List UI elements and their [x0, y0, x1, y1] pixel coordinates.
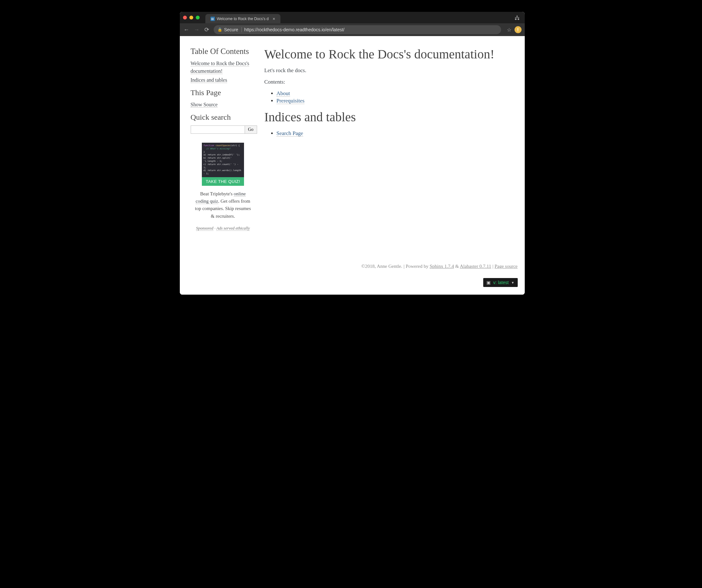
show-source-link[interactable]: Show Source — [191, 102, 218, 108]
copyright-text: ©2018, Anne Gentle. — [362, 264, 404, 269]
list-item: About — [276, 90, 516, 97]
rtd-version-label: v: latest — [493, 280, 508, 285]
url-bar: ← → ⟳ 🔒 Secure https://rockthedocs-demo.… — [180, 23, 525, 36]
ad-footer: Sponsored · Ads served ethically — [192, 226, 254, 231]
sidebar-item-indices[interactable]: Indices and tables — [191, 77, 227, 83]
bookmark-icon[interactable]: ☆ — [507, 27, 511, 33]
close-tab-icon[interactable]: × — [273, 16, 275, 21]
rtd-version-badge[interactable]: ▣ v: latest ▼ — [483, 278, 517, 287]
contents-link-about[interactable]: About — [276, 90, 290, 97]
search-form: Go — [191, 126, 255, 134]
toc-heading: Table Of Contents — [191, 47, 255, 56]
window-controls — [183, 16, 200, 19]
list-item: Search Page — [276, 130, 516, 137]
back-button[interactable]: ← — [183, 26, 190, 33]
section-heading-indices: Indices and tables — [264, 109, 516, 125]
sidebar: Table Of Contents Welcome to Rock the Do… — [180, 36, 261, 295]
alabaster-link[interactable]: Alabaster 0.7.11 — [460, 264, 491, 269]
maximize-window-button[interactable] — [196, 16, 200, 19]
sidebar-ad[interactable]: function countSpaces(str) { // What's mi… — [192, 143, 254, 231]
search-go-button[interactable]: Go — [245, 126, 257, 134]
url-text: https://rockthedocs-demo.readthedocs.io/… — [244, 27, 345, 32]
list-item: Prerequisites — [276, 98, 516, 104]
main-content: Welcome to Rock the Docs's documentation… — [261, 36, 525, 295]
this-page-heading: This Page — [191, 89, 255, 97]
contents-label: Contents: — [264, 79, 516, 85]
search-input[interactable] — [191, 126, 245, 134]
book-icon: ▣ — [486, 280, 491, 285]
indices-list: Search Page — [264, 130, 516, 137]
browser-window: ▤ Welcome to Rock the Docs's d × ← → ⟳ 🔒… — [180, 12, 525, 295]
page-source-link[interactable]: Page source — [494, 264, 517, 269]
incognito-icon — [514, 14, 520, 22]
ad-text: Beat Triplebyte's online coding quiz. Ge… — [192, 190, 254, 220]
forward-button[interactable]: → — [193, 26, 200, 33]
tab-bar: ▤ Welcome to Rock the Docs's d × — [180, 12, 525, 23]
index-link-search[interactable]: Search Page — [276, 130, 304, 137]
profile-avatar[interactable]: ! — [514, 26, 521, 33]
sponsored-link[interactable]: Sponsored — [196, 226, 213, 231]
reload-button[interactable]: ⟳ — [204, 26, 211, 33]
page-title: Welcome to Rock the Docs's documentation… — [264, 46, 516, 62]
secure-indicator: 🔒 Secure — [218, 27, 242, 32]
intro-paragraph: Let's rock the docs. — [264, 67, 516, 74]
ethics-link[interactable]: Ads served ethically — [217, 226, 250, 231]
lock-icon: 🔒 — [218, 27, 222, 32]
sphinx-link[interactable]: Sphinx 1.7.4 — [430, 264, 454, 269]
tab-title: Welcome to Rock the Docs's d — [217, 17, 269, 21]
ad-image: function countSpaces(str) { // What's mi… — [202, 143, 244, 177]
ad-cta[interactable]: TAKE THE QUIZ! — [202, 177, 244, 186]
contents-link-prerequisites[interactable]: Prerequisites — [276, 98, 305, 104]
sidebar-item-welcome[interactable]: Welcome to Rock the Docs's documentation… — [191, 61, 249, 74]
page-footer: ©2018, Anne Gentle. | Powered by Sphinx … — [276, 264, 518, 269]
caret-down-icon: ▼ — [511, 281, 514, 284]
close-window-button[interactable] — [183, 16, 187, 19]
secure-label: Secure — [224, 27, 238, 32]
favicon-icon: ▤ — [211, 17, 215, 21]
minimize-window-button[interactable] — [190, 16, 193, 19]
page-viewport: Table Of Contents Welcome to Rock the Do… — [180, 36, 525, 295]
address-bar[interactable]: 🔒 Secure https://rockthedocs-demo.readth… — [214, 25, 501, 34]
quick-search-heading: Quick search — [191, 113, 255, 122]
browser-tab[interactable]: ▤ Welcome to Rock the Docs's d × — [205, 14, 280, 23]
contents-list: About Prerequisites — [264, 90, 516, 104]
